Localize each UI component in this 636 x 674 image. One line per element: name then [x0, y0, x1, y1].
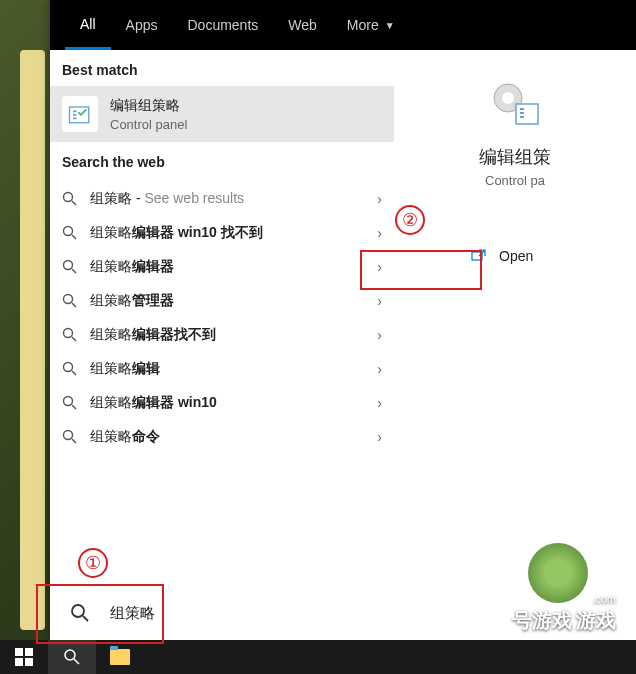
app-detail-subtitle: Control pa: [404, 173, 626, 188]
taskbar: [0, 640, 636, 674]
chevron-right-icon: ›: [377, 429, 382, 445]
search-icon: [62, 361, 78, 377]
best-match-text: 编辑组策略 Control panel: [110, 97, 187, 132]
watermark-name: 号游戏: [512, 609, 572, 631]
svg-line-15: [72, 371, 76, 375]
tab-more-label: More: [347, 17, 379, 33]
svg-rect-22: [516, 104, 538, 124]
svg-point-33: [65, 650, 75, 660]
annotation-circle-2: ②: [395, 205, 425, 235]
svg-point-14: [64, 363, 73, 372]
search-icon: [62, 225, 78, 241]
web-result-text: 组策略管理器: [90, 292, 365, 310]
web-result-text: 组策略编辑: [90, 360, 365, 378]
web-result-item[interactable]: 组策略编辑器 win10 找不到 ›: [50, 216, 394, 250]
chevron-right-icon: ›: [377, 259, 382, 275]
web-result-text: 组策略编辑器 win10 找不到: [90, 224, 365, 242]
search-icon: [62, 429, 78, 445]
svg-line-11: [72, 303, 76, 307]
taskbar-search-box[interactable]: [50, 586, 455, 640]
tab-apps[interactable]: Apps: [111, 0, 173, 50]
search-icon: [62, 395, 78, 411]
watermark-logo-icon: [528, 543, 588, 603]
svg-line-9: [72, 269, 76, 273]
app-detail-title: 编辑组策: [404, 145, 626, 169]
watermark-url: .com: [592, 593, 616, 605]
chevron-down-icon: ▼: [385, 20, 395, 31]
search-icon: [62, 293, 78, 309]
taskbar-search-button[interactable]: [48, 640, 96, 674]
svg-point-21: [502, 92, 514, 104]
svg-line-5: [72, 201, 76, 205]
web-result-item[interactable]: 组策略编辑器 win10 ›: [50, 386, 394, 420]
tab-web[interactable]: Web: [273, 0, 332, 50]
svg-point-12: [64, 329, 73, 338]
svg-rect-32: [25, 658, 33, 666]
svg-rect-30: [25, 648, 33, 656]
svg-line-7: [72, 235, 76, 239]
search-web-header: Search the web: [50, 142, 394, 178]
svg-point-16: [64, 397, 73, 406]
search-icon: [62, 259, 78, 275]
web-results-list: 组策略 - See web results › 组策略编辑器 win10 找不到…: [50, 178, 394, 458]
svg-point-8: [64, 261, 73, 270]
svg-line-34: [74, 659, 79, 664]
svg-rect-29: [15, 648, 23, 656]
svg-point-4: [64, 193, 73, 202]
chevron-right-icon: ›: [377, 361, 382, 377]
open-button[interactable]: Open: [455, 238, 575, 274]
svg-rect-3: [73, 118, 77, 120]
web-result-text: 组策略编辑器 win10: [90, 394, 365, 412]
annotation-circle-1: ①: [78, 548, 108, 578]
search-icon: [70, 603, 90, 623]
svg-line-19: [72, 439, 76, 443]
search-tabs-bar: All Apps Documents Web More ▼: [50, 0, 636, 50]
svg-rect-25: [520, 116, 524, 118]
web-result-item[interactable]: 组策略命令 ›: [50, 420, 394, 454]
web-result-item[interactable]: 组策略 - See web results ›: [50, 182, 394, 216]
search-icon: [62, 327, 78, 343]
svg-point-10: [64, 295, 73, 304]
svg-point-18: [64, 431, 73, 440]
control-panel-icon: [62, 96, 98, 132]
svg-rect-24: [520, 112, 524, 114]
tab-more[interactable]: More ▼: [332, 0, 410, 50]
web-result-item[interactable]: 组策略管理器 ›: [50, 284, 394, 318]
best-match-header: Best match: [50, 50, 394, 86]
search-input[interactable]: [110, 605, 435, 622]
svg-rect-23: [520, 108, 524, 110]
watermark: .com 号游戏 游戏: [512, 543, 616, 634]
web-result-item[interactable]: 组策略编辑器 ›: [50, 250, 394, 284]
web-result-text: 组策略编辑器找不到: [90, 326, 365, 344]
watermark-sub: 游戏: [576, 609, 616, 631]
web-result-item[interactable]: 组策略编辑 ›: [50, 352, 394, 386]
tab-all[interactable]: All: [65, 0, 111, 50]
web-result-text: 组策略编辑器: [90, 258, 365, 276]
chevron-right-icon: ›: [377, 293, 382, 309]
open-icon: [471, 248, 487, 264]
app-large-icon: [485, 75, 545, 135]
svg-point-6: [64, 227, 73, 236]
svg-line-28: [83, 616, 88, 621]
chevron-right-icon: ›: [377, 327, 382, 343]
web-result-text: 组策略命令: [90, 428, 365, 446]
start-button[interactable]: [0, 640, 48, 674]
folder-icon: [110, 649, 130, 665]
svg-point-27: [72, 605, 84, 617]
tab-documents[interactable]: Documents: [172, 0, 273, 50]
svg-rect-1: [73, 111, 77, 113]
search-icon: [62, 191, 78, 207]
chevron-right-icon: ›: [377, 225, 382, 241]
open-button-label: Open: [499, 248, 533, 264]
svg-line-17: [72, 405, 76, 409]
svg-rect-2: [73, 114, 77, 116]
svg-rect-31: [15, 658, 23, 666]
web-result-item[interactable]: 组策略编辑器找不到 ›: [50, 318, 394, 352]
web-result-text: 组策略 - See web results: [90, 190, 365, 208]
taskbar-file-explorer[interactable]: [96, 640, 144, 674]
best-match-subtitle: Control panel: [110, 117, 187, 132]
svg-rect-26: [472, 252, 482, 260]
best-match-item[interactable]: 编辑组策略 Control panel: [50, 86, 394, 142]
svg-line-13: [72, 337, 76, 341]
chevron-right-icon: ›: [377, 191, 382, 207]
